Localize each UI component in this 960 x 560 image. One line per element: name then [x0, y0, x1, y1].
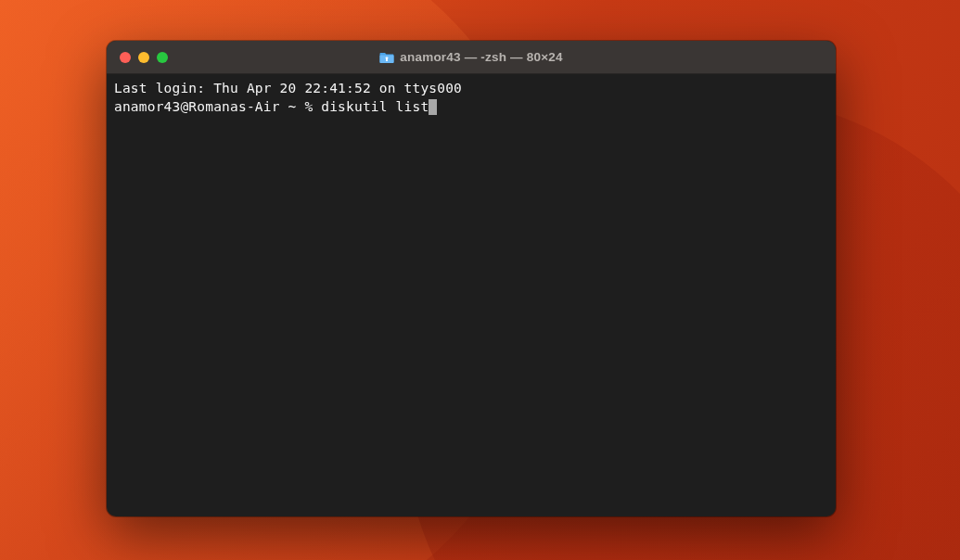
maximize-button[interactable] — [157, 52, 168, 63]
title-bar[interactable]: anamor43 — -zsh — 80×24 — [107, 41, 836, 74]
folder-icon — [379, 51, 394, 64]
title-container: anamor43 — -zsh — 80×24 — [107, 50, 836, 64]
traffic-lights — [107, 52, 168, 63]
terminal-window: anamor43 — -zsh — 80×24 Last login: Thu … — [107, 41, 836, 516]
terminal-body[interactable]: Last login: Thu Apr 20 22:41:52 on ttys0… — [107, 74, 836, 121]
svg-rect-0 — [386, 57, 388, 61]
minimize-button[interactable] — [138, 52, 149, 63]
close-button[interactable] — [120, 52, 131, 63]
last-login-line: Last login: Thu Apr 20 22:41:52 on ttys0… — [114, 80, 828, 98]
prompt-line: anamor43@Romanas-Air ~ % diskutil list — [114, 98, 828, 117]
command-text: diskutil list — [321, 99, 429, 114]
window-title: anamor43 — -zsh — 80×24 — [400, 50, 562, 64]
cursor — [429, 99, 437, 115]
prompt-text: anamor43@Romanas-Air ~ % — [114, 99, 321, 114]
